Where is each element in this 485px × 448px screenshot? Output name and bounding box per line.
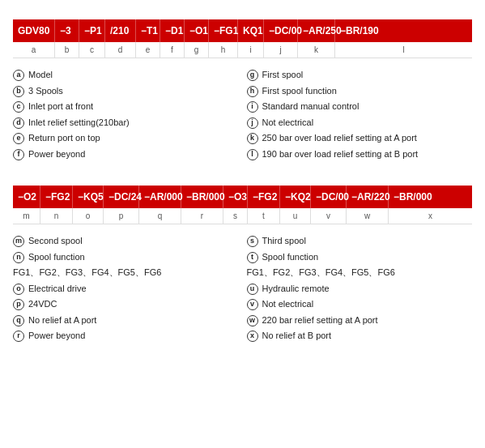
info-text: Electrical drive xyxy=(28,282,239,296)
info-row: eReturn port on top xyxy=(13,131,239,145)
circle-label-p: p xyxy=(13,299,24,310)
label-cell-v: v xyxy=(311,208,347,224)
info-row: uHydraulic remote xyxy=(247,282,473,296)
info-text: Inlet port at front xyxy=(28,100,239,113)
circle-label-f: f xyxy=(13,149,24,160)
label-cell-q: q xyxy=(139,208,181,224)
info-section-2: mSecond spoolnSpool function FG1、FG2、FG3… xyxy=(13,234,472,345)
circle-label-l: l xyxy=(247,149,258,160)
circle-label-w: w xyxy=(247,315,258,326)
info-text: No relief at B port xyxy=(262,329,473,343)
info-row: k250 bar over load relief setting at A p… xyxy=(247,131,473,145)
circle-label-i: i xyxy=(247,101,258,113)
label-cell-o: o xyxy=(73,208,104,224)
info-text: Third spool xyxy=(262,234,473,248)
circle-label-s: s xyxy=(247,236,258,247)
circle-label-q: q xyxy=(13,315,24,326)
info-row: p24VDC xyxy=(13,297,239,311)
info-text: First spool xyxy=(262,68,473,82)
info-text: FG1、FG2、FG3、FG4、FG5、FG6 xyxy=(247,266,473,279)
info-text: 220 bar relief setting at A port xyxy=(262,314,473,327)
info-row: b3 Spools xyxy=(13,84,239,98)
info-text: Second spool xyxy=(28,234,239,248)
label-cell-r: r xyxy=(181,208,223,224)
info-text: Not electrical xyxy=(262,116,473,130)
code-cell-kq1: KQ1 xyxy=(238,19,264,42)
circle-label-n: n xyxy=(13,252,24,263)
info-row: sThird spool xyxy=(247,234,473,248)
circle-label-m: m xyxy=(13,236,24,247)
code-bar-2: −O2−FG2−KQ5−DC/24−AR/000−BR/000−O3−FG2−K… xyxy=(13,186,472,208)
label-cell-f: f xyxy=(160,42,185,58)
code-cell-o3: −O3 xyxy=(223,186,248,208)
code-cell-br000: −BR/000 xyxy=(181,186,223,208)
label-cell-n: n xyxy=(40,208,73,224)
circle-label-h: h xyxy=(247,86,258,97)
circle-label-e: e xyxy=(13,133,24,144)
code-cell-p1: −P1 xyxy=(79,19,105,42)
info-row: dInlet relief setting(210bar) xyxy=(13,116,239,130)
label-cell-x: x xyxy=(389,208,472,224)
code-cell-dc00b: −DC/00 xyxy=(311,186,347,208)
code-cell-gdv80: GDV80 xyxy=(13,19,55,42)
info-row: oElectrical drive xyxy=(13,282,239,296)
info-row: gFirst spool xyxy=(247,68,473,82)
code-cell-ar250: −AR/250 xyxy=(298,19,335,42)
label-cell-i: i xyxy=(238,42,264,58)
label-cell-w: w xyxy=(347,208,389,224)
info-col-left-1: aModelb3 SpoolscInlet port at frontdInle… xyxy=(13,68,239,163)
info-row: w220 bar relief setting at A port xyxy=(247,314,473,327)
circle-label-x: x xyxy=(247,331,258,342)
circle-label-v: v xyxy=(247,299,258,310)
label-cell-g: g xyxy=(185,42,209,58)
circle-label-r: r xyxy=(13,331,24,342)
label-cell-b: b xyxy=(55,42,79,58)
label-cell-a: a xyxy=(13,42,55,58)
info-text: Inlet relief setting(210bar) xyxy=(28,116,239,130)
code-cell-ar000: −AR/000 xyxy=(139,186,181,208)
circle-label-u: u xyxy=(247,284,258,295)
info-col-left-2: mSecond spoolnSpool function FG1、FG2、FG3… xyxy=(13,234,239,345)
info-text: 250 bar over load relief setting at A po… xyxy=(262,131,473,145)
info-row: rPower beyond xyxy=(13,329,239,343)
code-cell-fg1: −FG1 xyxy=(209,19,238,42)
circle-label-a: a xyxy=(13,70,24,81)
info-text: Return port on top xyxy=(28,131,239,145)
circle-label-d: d xyxy=(13,117,24,129)
info-text: Model xyxy=(28,68,239,82)
info-row: FG1、FG2、FG3、FG4、FG5、FG6 xyxy=(247,266,473,279)
circle-label-g: g xyxy=(247,70,258,81)
label-cell-t: t xyxy=(248,208,280,224)
info-row: xNo relief at B port xyxy=(247,329,473,343)
label-cell-u: u xyxy=(280,208,311,224)
info-text: Spool function xyxy=(262,250,473,264)
info-text: FG1、FG2、FG3、FG4、FG5、FG6 xyxy=(13,266,239,279)
label-cell-p: p xyxy=(104,208,139,224)
code-bar-1: GDV80−3−P1/210−T1−D1−O1−FG1KQ1−DC/00−AR/… xyxy=(13,19,472,42)
label-cell-d: d xyxy=(105,42,136,58)
code-cell-o1: −O1 xyxy=(185,19,209,42)
label-cell-h: h xyxy=(209,42,238,58)
code-cell-kq5: −KQ5 xyxy=(73,186,104,208)
info-row: nSpool function xyxy=(13,250,239,264)
label-bar-2: mnopqrstuvwx xyxy=(13,208,472,224)
info-text: Standard manual control xyxy=(262,100,473,113)
info-text: First spool function xyxy=(262,84,473,98)
info-row: fPower beyond xyxy=(13,147,239,161)
info-row: iStandard manual control xyxy=(247,100,473,113)
info-row: aModel xyxy=(13,68,239,82)
circle-label-j: j xyxy=(247,117,258,129)
info-text: Power beyond xyxy=(28,147,239,161)
code-cell-dc24: −DC/24 xyxy=(104,186,139,208)
code-cell-d210: /210 xyxy=(105,19,136,42)
code-cell-br190: −BR/190 xyxy=(335,19,472,42)
code-cell-fg2: −FG2 xyxy=(40,186,73,208)
info-row: jNot electrical xyxy=(247,116,473,130)
code-cell-ar220: −AR/220 xyxy=(347,186,389,208)
info-row: vNot electrical xyxy=(247,297,473,311)
circle-label-k: k xyxy=(247,133,258,144)
info-text: Not electrical xyxy=(262,297,473,311)
info-col-right-2: sThird spooltSpool function FG1、FG2、FG3、… xyxy=(247,234,473,345)
label-cell-m: m xyxy=(13,208,40,224)
circle-label-o: o xyxy=(13,284,24,295)
